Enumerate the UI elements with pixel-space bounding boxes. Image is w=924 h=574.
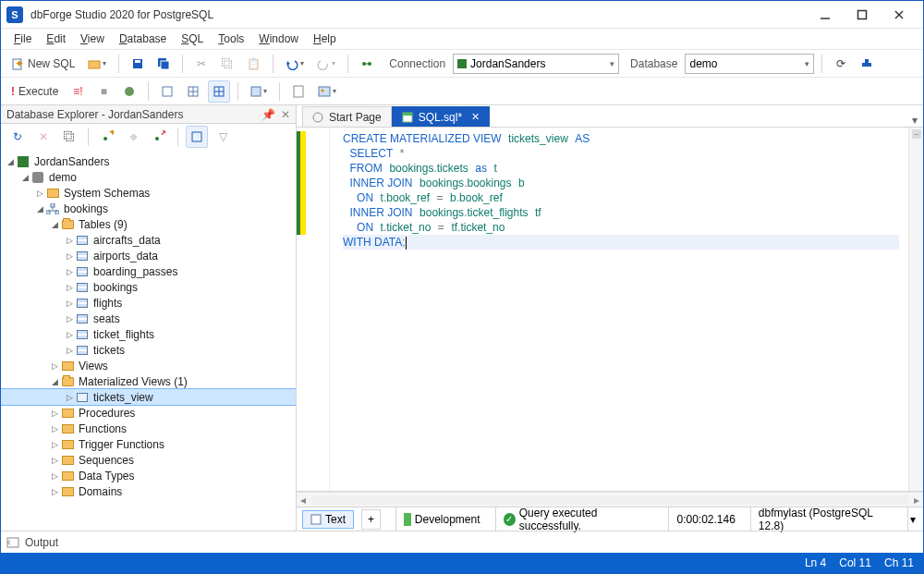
tabs-overflow-icon[interactable]: ▾ xyxy=(912,114,918,127)
tree-tables-folder[interactable]: ◢Tables (9) xyxy=(1,216,296,232)
tree-table-item[interactable]: ▷flights xyxy=(1,295,296,311)
hscrollbar[interactable]: ◂▸ xyxy=(297,492,923,507)
tree-btn2[interactable]: ⎆ xyxy=(122,126,144,148)
tree-system-schemas[interactable]: ▷System Schemas xyxy=(1,185,296,201)
database-tree[interactable]: ◢JordanSanders ◢demo ▷System Schemas ◢bo… xyxy=(1,150,296,531)
tree-table-item[interactable]: ▷bookings xyxy=(1,279,296,295)
menu-view[interactable]: View xyxy=(75,31,110,47)
database-combo[interactable]: demo ▾ xyxy=(685,54,814,74)
query-status: ✓Query executed successfully. xyxy=(495,507,662,531)
tree-table-item[interactable]: ▷ticket_flights xyxy=(1,326,296,342)
page-button[interactable] xyxy=(287,80,310,103)
menu-edit[interactable]: Edit xyxy=(41,31,71,47)
tree-folder[interactable]: ▷Sequences xyxy=(1,452,296,468)
delete-button[interactable]: ✕ xyxy=(32,126,55,148)
menu-sql[interactable]: SQL xyxy=(176,31,209,47)
tree-folder[interactable]: ▷Data Types xyxy=(1,468,296,483)
menu-tools[interactable]: Tools xyxy=(213,31,249,47)
tab-sql-active[interactable]: SQL.sql* ✕ xyxy=(392,106,490,127)
tree-server-node[interactable]: ◢JordanSanders xyxy=(1,153,296,169)
menu-database[interactable]: Database xyxy=(114,31,172,47)
tree-table-item[interactable]: ▷tickets xyxy=(1,342,296,358)
menu-window[interactable]: Window xyxy=(253,31,304,47)
save-all-button[interactable] xyxy=(152,53,175,75)
maximize-button[interactable] xyxy=(844,2,881,28)
tree-table-item[interactable]: ▷boarding_passes xyxy=(1,263,296,279)
menu-file[interactable]: File xyxy=(8,31,37,47)
grid-active-button[interactable] xyxy=(208,80,230,103)
execute-button[interactable]: ! Execute xyxy=(6,80,63,103)
connect-button[interactable] xyxy=(356,53,378,75)
menu-bar: File Edit View Database SQL Tools Window… xyxy=(1,29,923,49)
explorer-header: Database Explorer - JordanSanders 📌 ✕ xyxy=(1,105,296,124)
folder-icon xyxy=(62,424,74,434)
table-icon xyxy=(77,330,88,339)
cut-button[interactable]: ✂ xyxy=(190,53,213,75)
menu-help[interactable]: Help xyxy=(308,31,342,47)
paste-button[interactable]: 📋 xyxy=(242,53,265,75)
connection-value: JordanSanders xyxy=(470,57,545,70)
filter-button[interactable]: ▽ xyxy=(212,126,234,148)
tree-matview-item-selected[interactable]: ▷tickets_view xyxy=(1,389,296,405)
main-area: Database Explorer - JordanSanders 📌 ✕ ↻ … xyxy=(1,104,923,531)
code-editor[interactable]: CREATE MATERIALIZED VIEW tickets_view AS… xyxy=(297,128,923,492)
add-view-button[interactable]: + xyxy=(361,509,381,530)
editor-area: Start Page SQL.sql* ✕ ▾ CREATE MATERIALI… xyxy=(297,105,923,531)
undo-button[interactable]: ▾ xyxy=(281,53,309,75)
success-icon: ✓ xyxy=(504,513,516,526)
tool-button[interactable] xyxy=(856,53,878,75)
new-connection-button[interactable]: ✦ xyxy=(96,126,118,148)
redo-button[interactable]: ▾ xyxy=(312,53,340,75)
table-icon xyxy=(77,314,88,324)
tree-folder[interactable]: ▷Procedures xyxy=(1,405,296,421)
tab-start-page[interactable]: Start Page xyxy=(302,106,392,127)
toolbar-sql: ! Execute ≡! ■ ▾ ▾ xyxy=(1,77,923,104)
stop-button[interactable]: ■ xyxy=(92,80,115,103)
svg-rect-15 xyxy=(865,59,869,63)
text-view-button[interactable]: Text xyxy=(302,510,354,529)
format-button[interactable] xyxy=(156,80,178,103)
title-bar: S dbForge Studio 2020 for PostgreSQL xyxy=(1,1,923,29)
new-sql-button[interactable]: ✦ New SQL xyxy=(6,53,79,75)
svg-text:✕: ✕ xyxy=(160,130,165,139)
disconnect-button[interactable]: ✕ xyxy=(148,126,170,148)
save-button[interactable] xyxy=(127,53,149,75)
vscrollbar[interactable]: – xyxy=(908,128,923,491)
tree-table-item[interactable]: ▷airports_data xyxy=(1,248,296,263)
tree-table-item[interactable]: ▷aircrafts_data xyxy=(1,232,296,248)
open-button[interactable]: ▾ xyxy=(83,53,111,75)
tree-schema-bookings[interactable]: ◢bookings xyxy=(1,201,296,216)
refresh-button[interactable]: ⟳ xyxy=(830,53,852,75)
debug-button[interactable] xyxy=(118,80,140,103)
status-overflow[interactable]: ▾ xyxy=(907,507,918,531)
tree-views-folder[interactable]: ▷Views xyxy=(1,358,296,373)
refresh-tree-button[interactable]: ↻ xyxy=(6,126,29,148)
connection-combo[interactable]: JordanSanders ▾ xyxy=(453,54,619,74)
show-all-button[interactable] xyxy=(186,126,208,148)
close-tab-icon[interactable]: ✕ xyxy=(471,111,480,123)
tree-folder[interactable]: ▷Functions xyxy=(1,421,296,436)
grid-button[interactable] xyxy=(182,80,204,103)
environment-indicator: Development xyxy=(395,507,488,531)
copy-tree-button[interactable]: ⿻ xyxy=(58,126,80,148)
tree-folder[interactable]: ▷Domains xyxy=(1,483,296,499)
close-button[interactable] xyxy=(881,2,918,28)
toolbar-main: ✦ New SQL ▾ ✂ ⿻ 📋 ▾ ▾ Connection JordanS… xyxy=(1,49,923,77)
minimize-button[interactable] xyxy=(807,2,844,28)
window-title: dbForge Studio 2020 for PostgreSQL xyxy=(30,8,213,21)
image-button[interactable]: ▾ xyxy=(313,80,341,103)
copy-button[interactable]: ⿻ xyxy=(216,53,238,75)
table-icon xyxy=(77,283,88,292)
table-button[interactable]: ▾ xyxy=(246,80,272,103)
svg-point-38 xyxy=(313,113,322,122)
close-panel-icon[interactable]: ✕ xyxy=(281,108,290,121)
pin-icon[interactable]: 📌 xyxy=(261,108,275,121)
tree-database-node[interactable]: ◢demo xyxy=(1,169,296,185)
code-content[interactable]: CREATE MATERIALIZED VIEW tickets_view AS… xyxy=(330,128,908,491)
execute-to-cursor-button[interactable]: ≡! xyxy=(67,80,89,103)
tree-table-item[interactable]: ▷seats xyxy=(1,311,296,326)
output-panel-tab[interactable]: Output xyxy=(1,531,923,553)
tree-matviews-folder[interactable]: ◢Materialized Views (1) xyxy=(1,373,296,389)
folder-icon xyxy=(62,440,74,449)
tree-folder[interactable]: ▷Trigger Functions xyxy=(1,436,296,452)
